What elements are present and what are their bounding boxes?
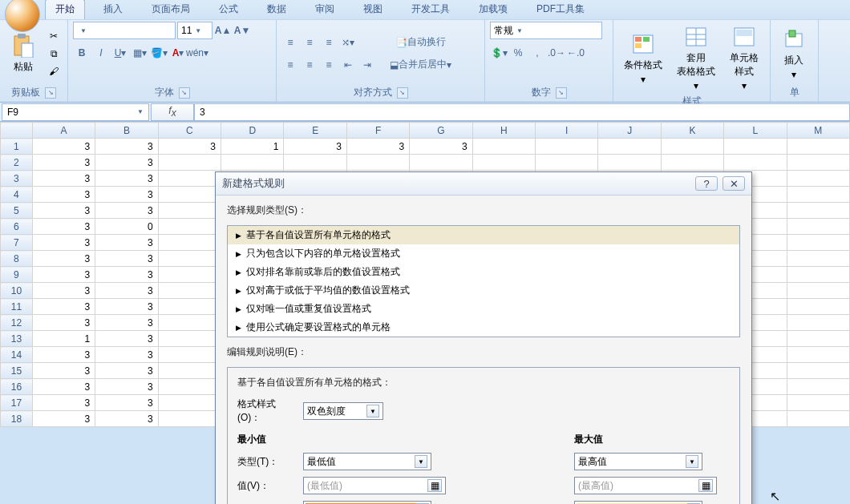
format-painter-button[interactable]: 🖌 <box>45 63 63 79</box>
col-header-M[interactable]: M <box>787 123 849 139</box>
min-type-combo[interactable]: 最低值▼ <box>303 453 431 470</box>
row-header-8[interactable]: 8 <box>1 251 33 267</box>
row-header-15[interactable]: 15 <box>1 363 33 379</box>
cell-G2[interactable] <box>410 155 472 171</box>
cell-C17[interactable] <box>158 395 221 411</box>
cell-M5[interactable] <box>787 203 849 219</box>
max-color-combo[interactable]: ▼ <box>574 501 702 504</box>
row-header-16[interactable]: 16 <box>1 379 33 395</box>
cell-B2[interactable]: 3 <box>95 155 158 171</box>
tab-6[interactable]: 视图 <box>353 0 393 19</box>
cell-K1[interactable] <box>661 139 723 155</box>
row-header-3[interactable]: 3 <box>1 171 33 187</box>
align-center-button[interactable]: ≡ <box>301 56 318 74</box>
row-header-14[interactable]: 14 <box>1 347 33 363</box>
help-button[interactable]: ? <box>695 176 718 191</box>
indent-increase-button[interactable]: ⇥ <box>358 56 376 74</box>
cell-D2[interactable] <box>221 155 284 171</box>
rule-type-item[interactable]: ▶仅对高于或低于平均值的数值设置格式 <box>228 281 739 300</box>
cell-B6[interactable]: 0 <box>95 219 158 235</box>
cell-B13[interactable]: 3 <box>95 331 158 347</box>
cell-A3[interactable]: 3 <box>32 171 95 187</box>
row-header-4[interactable]: 4 <box>1 187 33 203</box>
cell-M16[interactable] <box>787 379 849 395</box>
cell-B16[interactable]: 3 <box>95 379 158 395</box>
name-box[interactable]: F9 ▼ <box>2 103 149 121</box>
range-picker-icon[interactable]: ▦ <box>698 479 713 492</box>
cell-F1[interactable]: 3 <box>346 139 409 155</box>
tab-9[interactable]: PDF工具集 <box>526 0 595 19</box>
cell-C12[interactable] <box>158 315 221 331</box>
cell-M15[interactable] <box>787 363 849 379</box>
cell-A5[interactable]: 3 <box>32 203 95 219</box>
cell-C8[interactable] <box>158 251 221 267</box>
cell-C3[interactable] <box>158 171 221 187</box>
align-launcher[interactable]: ↘ <box>397 87 408 99</box>
cell-C16[interactable] <box>158 379 221 395</box>
min-color-combo[interactable]: ▼ <box>303 501 431 504</box>
row-header-13[interactable]: 13 <box>1 331 33 347</box>
cell-B11[interactable]: 3 <box>95 299 158 315</box>
align-bottom-button[interactable]: ≡ <box>320 34 338 51</box>
rule-type-list[interactable]: ▶基于各自值设置所有单元格的格式▶只为包含以下内容的单元格设置格式▶仅对排名靠前… <box>227 225 740 337</box>
align-top-button[interactable]: ≡ <box>281 34 299 51</box>
row-header-2[interactable]: 2 <box>1 155 33 171</box>
col-header-A[interactable]: A <box>32 123 95 139</box>
cell-I1[interactable] <box>536 139 598 155</box>
italic-button[interactable]: I <box>92 44 110 62</box>
conditional-format-button[interactable]: 条件格式▾ <box>618 29 668 87</box>
bold-button[interactable]: B <box>73 44 91 62</box>
format-as-table-button[interactable]: 套用 表格格式▾ <box>671 22 721 94</box>
cell-B9[interactable]: 3 <box>95 267 158 283</box>
col-header-G[interactable]: G <box>410 123 472 139</box>
cell-B4[interactable]: 3 <box>95 187 158 203</box>
align-middle-button[interactable]: ≡ <box>301 34 318 51</box>
tab-8[interactable]: 加载项 <box>468 0 518 19</box>
shrink-font-button[interactable]: A▼ <box>233 22 251 39</box>
cell-B15[interactable]: 3 <box>95 363 158 379</box>
cell-E2[interactable] <box>284 155 346 171</box>
cell-M17[interactable] <box>787 395 849 411</box>
cell-C7[interactable] <box>158 235 221 251</box>
col-header-K[interactable]: K <box>661 123 723 139</box>
fill-color-button[interactable]: 🪣▾ <box>150 44 168 62</box>
cell-M6[interactable] <box>787 219 849 235</box>
tab-7[interactable]: 开发工具 <box>401 0 460 19</box>
cell-M11[interactable] <box>787 299 849 315</box>
orientation-button[interactable]: ⤭▾ <box>339 34 357 51</box>
cell-A1[interactable]: 3 <box>32 139 95 155</box>
dialog-titlebar[interactable]: 新建格式规则 ? ✕ <box>216 172 751 196</box>
font-launcher[interactable]: ↘ <box>179 87 190 99</box>
cell-G1[interactable]: 3 <box>410 139 472 155</box>
row-header-18[interactable]: 18 <box>1 411 33 427</box>
col-header-J[interactable]: J <box>598 123 661 139</box>
col-header-I[interactable]: I <box>536 123 598 139</box>
rule-type-item[interactable]: ▶仅对唯一值或重复值设置格式 <box>228 300 739 318</box>
format-style-combo[interactable]: 双色刻度 ▼ <box>303 402 383 420</box>
cell-F2[interactable] <box>346 155 409 171</box>
row-header-12[interactable]: 12 <box>1 315 33 331</box>
cell-J1[interactable] <box>598 139 661 155</box>
tab-5[interactable]: 审阅 <box>305 0 345 19</box>
max-type-combo[interactable]: 最高值▼ <box>574 453 702 470</box>
cell-B8[interactable]: 3 <box>95 251 158 267</box>
border-button[interactable]: ▦▾ <box>131 44 148 62</box>
cell-A12[interactable]: 3 <box>32 315 95 331</box>
increase-decimal-button[interactable]: .0→ <box>548 44 565 62</box>
cell-A2[interactable]: 3 <box>32 155 95 171</box>
col-header-B[interactable]: B <box>95 123 158 139</box>
row-header-11[interactable]: 11 <box>1 299 33 315</box>
phonetic-button[interactable]: wén▾ <box>188 44 206 62</box>
cell-J2[interactable] <box>598 155 661 171</box>
cell-styles-button[interactable]: 单元格 样式▾ <box>724 22 764 94</box>
max-value-input[interactable]: ▦ <box>574 477 717 494</box>
cell-M4[interactable] <box>787 187 849 203</box>
cell-A7[interactable]: 3 <box>32 235 95 251</box>
col-header-L[interactable]: L <box>724 123 787 139</box>
cell-B10[interactable]: 3 <box>95 283 158 299</box>
cell-A17[interactable]: 3 <box>32 395 95 411</box>
cell-B1[interactable]: 3 <box>95 139 158 155</box>
cell-A13[interactable]: 1 <box>32 331 95 347</box>
tab-4[interactable]: 数据 <box>257 0 297 19</box>
decrease-decimal-button[interactable]: ←.0 <box>567 44 585 62</box>
